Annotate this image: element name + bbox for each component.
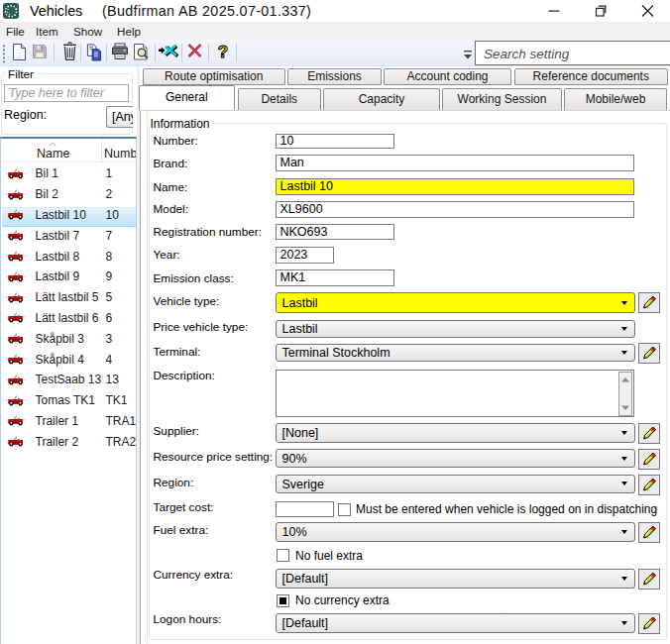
svg-text:?: ?: [218, 43, 228, 61]
